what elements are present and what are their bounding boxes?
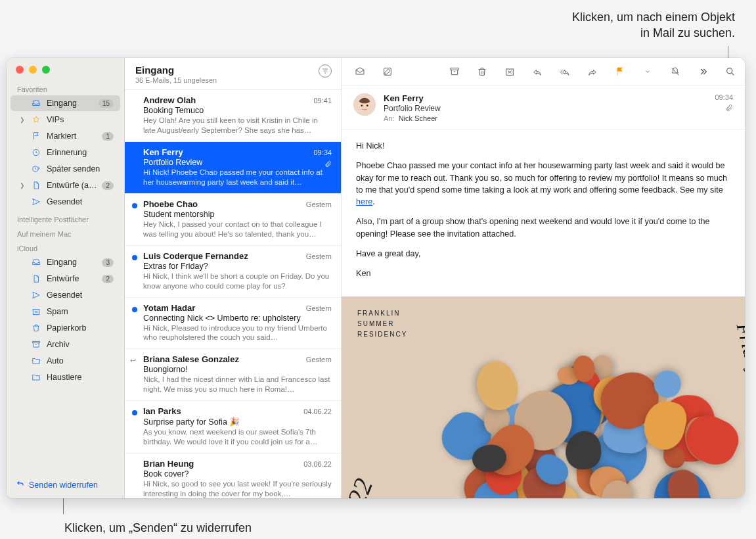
zoom-window[interactable] [42,66,50,74]
folder-icon [31,372,41,383]
art-bottom-text: 22 [342,474,379,498]
sidebar-item-gesendet[interactable]: Gesendet [11,287,120,303]
sidebar-item-label: Später senden [47,164,114,174]
mute-icon[interactable] [669,65,682,78]
reply-icon[interactable] [531,65,544,78]
portfolio-link[interactable]: here [356,197,372,206]
row-time: Gestern [306,356,332,363]
sidebar-item-label: Auto [47,356,114,365]
sidebar-item-gesendet[interactable]: Gesendet [11,194,120,210]
svg-rect-3 [33,341,40,342]
message-row[interactable]: Phoebe ChaoGesternStudent mentorshipHey … [125,194,341,246]
svg-rect-8 [451,68,458,70]
minimize-window[interactable] [29,66,37,74]
row-time: Gestern [306,200,332,208]
row-subject: Buongiorno! [143,365,332,374]
close-window[interactable] [16,66,24,74]
filter-button[interactable] [319,64,332,78]
flag-icon[interactable] [613,65,627,78]
sidebar-item-auto[interactable]: Auto [11,353,120,369]
sidebar-section-icloud: iCloud [7,239,124,254]
message-list-header: Eingang 36 E-Mails, 15 ungelesen [125,58,341,90]
callout-undo: Klicken, um „Senden“ zu widerrufen [64,521,252,535]
sidebar-item-entw-rfe-alle-[interactable]: ❯Entwürfe (alle)2 [11,177,120,193]
count-badge: 15 [99,99,114,108]
row-sender: Luis Coderque Fernandez [143,251,306,261]
message-row[interactable]: Luis Coderque FernandezGesternExtras for… [125,246,341,298]
sidebar-item-label: Gesendet [47,197,114,206]
row-time: 09:34 [313,149,332,156]
row-sender: Andrew Olah [143,95,313,105]
trash-icon[interactable] [476,65,489,78]
sidebar-item-sp-ter-senden[interactable]: Später senden [11,161,120,177]
sidebar-item-label: Spam [47,307,114,316]
reply-all-icon[interactable] [558,65,571,78]
row-preview: Hey Olah! Are you still keen to visit Kr… [143,116,332,135]
row-subject: Surprise party for Sofia 🎉 [143,417,332,427]
read-icon[interactable] [353,65,367,78]
attachment-icon[interactable] [715,104,733,113]
search-icon[interactable] [724,65,737,78]
sidebar-section-smart: Intelligente Postfächer [7,210,124,225]
chevron-icon: ❯ [20,182,26,189]
archive-icon [31,339,41,350]
row-subject: Book cover? [143,469,332,479]
flag-menu-chevron-icon[interactable] [641,65,654,78]
unread-dot-icon [132,255,137,260]
mailbox-subtitle: 36 E-Mails, 15 ungelesen [135,76,313,84]
undo-send-label: Senden widerrufen [29,480,98,490]
message-row[interactable]: Brian Heung03.06.22Book cover?Hi Nick, s… [125,454,341,498]
row-sender: Brian Heung [143,459,303,469]
row-subject: Connecting Nick <> Umberto re: upholster… [143,314,332,323]
attachment-preview[interactable]: FRANKLIN SUMMER RESIDENCY Ceramics & Pai… [342,296,745,498]
sidebar-item-erinnerung[interactable]: Erinnerung [11,145,120,160]
message-row[interactable]: Ian Parks04.06.22Surprise party for Sofi… [125,401,341,454]
sidebar-item-vips[interactable]: ❯VIPs [11,112,120,128]
sidebar-item-archiv[interactable]: Archiv [11,337,120,352]
message-row[interactable]: Andrew Olah09:41Booking TemucoHey Olah! … [125,90,341,142]
sidebar-item-label: VIPs [47,115,114,124]
doc-icon [31,273,41,284]
archive-icon[interactable] [448,65,461,78]
sidebar-item-entw-rfe[interactable]: Entwürfe2 [11,271,120,287]
sidebar-item-eingang[interactable]: Eingang15 [11,95,120,111]
message-row[interactable]: Yotam HadarGesternConnecting Nick <> Umb… [125,298,341,350]
sidebar-item-label: Eingang [47,99,93,108]
folder-icon [31,356,41,366]
sidebar-item-spam[interactable]: Spam [11,304,120,319]
callout-search: Klicken, um nach einem Objekt in Mail zu… [572,9,735,41]
svg-point-10 [727,68,732,73]
compose-icon[interactable] [381,65,394,78]
more-icon[interactable] [696,65,709,78]
art-letters [440,354,732,498]
sidebar-item-label: Gesendet [47,291,114,300]
sidebar-item-markiert[interactable]: Markiert1 [11,128,120,144]
sidebar-item-label: Papierkorb [47,323,114,333]
row-sender: Ian Parks [143,406,303,416]
undo-send-button[interactable]: Senden widerrufen [7,473,124,498]
message-row[interactable]: ↩Briana Salese GonzalezGesternBuongiorno… [125,349,341,401]
row-time: Gestern [306,252,332,260]
sidebar: Favoriten Eingang15❯VIPsMarkiert1Erinner… [7,58,125,498]
row-preview: Hi Nick! Phoebe Chao passed me your cont… [143,168,332,187]
row-sender: Yotam Hadar [143,303,306,313]
art-caption: FRANKLIN SUMMER RESIDENCY [357,308,407,340]
doc-icon [31,180,41,191]
sidebar-item-label: Entwürfe [47,274,97,283]
sidebar-item-haustiere[interactable]: Haustiere [11,369,120,385]
sidebar-item-label: Haustiere [47,373,114,382]
sidebar-item-eingang[interactable]: Eingang3 [11,254,120,270]
row-time: 03.06.22 [303,460,332,468]
row-preview: Hi Nick, so good to see you last week! I… [143,479,332,498]
sidebar-item-papierkorb[interactable]: Papierkorb [11,320,120,336]
inbox-icon [31,98,41,108]
sender-avatar[interactable] [353,93,376,116]
mailbox-title: Eingang [135,64,313,76]
message-list-items[interactable]: Andrew Olah09:41Booking TemucoHey Olah! … [125,90,341,498]
forward-icon[interactable] [586,65,599,78]
junk-icon[interactable] [503,65,516,78]
message-row[interactable]: Ken Ferry09:34Portfolio ReviewHi Nick! P… [125,142,341,194]
message-list: Eingang 36 E-Mails, 15 ungelesen Andrew … [125,58,342,498]
row-sender: Phoebe Chao [143,199,306,209]
sidebar-item-label: Eingang [47,258,97,267]
